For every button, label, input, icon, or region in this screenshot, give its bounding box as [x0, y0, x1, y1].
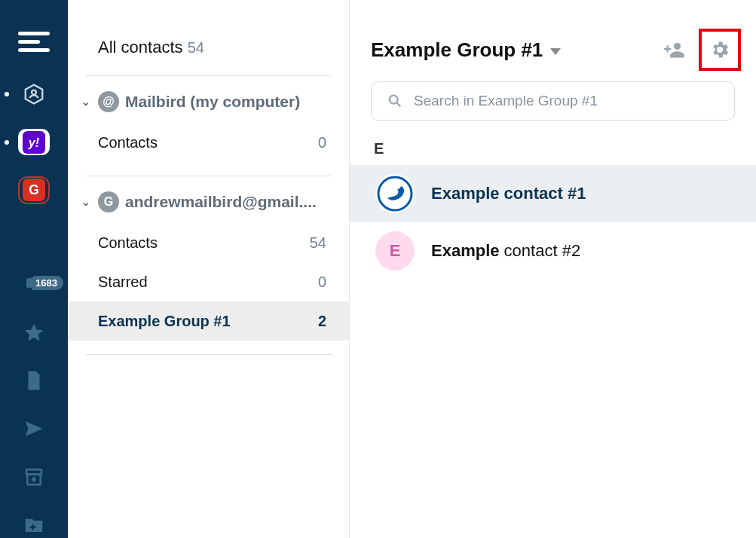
group-header: Example Group #1 [371, 36, 735, 63]
app-rail: y! G 1683 [0, 0, 68, 538]
svg-point-1 [32, 90, 36, 94]
account-avatar: @ [98, 91, 119, 112]
file-icon[interactable] [18, 368, 50, 395]
account-avatar: G [98, 191, 119, 212]
svg-text:y!: y! [28, 136, 40, 149]
folder-contacts[interactable]: Contacts 0 [68, 123, 349, 162]
contact-avatar [375, 174, 415, 213]
settings-highlight [699, 29, 741, 71]
account-header-gmail[interactable]: ⌄ G andrewmailbird@gmail.... [68, 191, 349, 223]
account-label: andrewmailbird@gmail.... [125, 193, 317, 211]
all-contacts-label: All contacts [98, 38, 183, 57]
folder-contacts[interactable]: Contacts 54 [68, 223, 349, 262]
chevron-down-icon: ⌄ [81, 96, 90, 108]
contact-name: Example contact #2 [431, 241, 580, 261]
svg-point-12 [378, 177, 412, 210]
google-account-icon[interactable]: G [18, 176, 50, 203]
settings-button[interactable] [706, 36, 733, 63]
svg-rect-9 [30, 527, 36, 529]
svg-text:G: G [29, 183, 39, 198]
contact-row[interactable]: E Example contact #2 [350, 222, 756, 280]
search-icon [387, 93, 403, 109]
add-contact-button[interactable] [661, 36, 688, 63]
contact-row[interactable]: Example contact #1 [350, 165, 756, 222]
account-header-mailbird[interactable]: ⌄ @ Mailbird (my computer) [68, 91, 349, 123]
hamburger-menu-icon[interactable] [18, 32, 50, 52]
chevron-down-icon: ⌄ [81, 196, 90, 208]
folder-example-group-1[interactable]: Example Group #1 2 [68, 301, 349, 341]
star-icon[interactable] [18, 319, 50, 347]
section-letter: E [371, 140, 735, 157]
all-contacts-row[interactable]: All contacts 54 [68, 38, 349, 75]
contact-name: Example contact #1 [431, 184, 586, 203]
divider [86, 176, 331, 176]
new-folder-icon[interactable] [18, 511, 50, 538]
account-label: Mailbird (my computer) [125, 93, 300, 111]
svg-line-11 [397, 103, 401, 107]
folder-starred[interactable]: Starred 0 [68, 262, 349, 301]
contacts-sidebar: All contacts 54 ⌄ @ Mailbird (my compute… [68, 0, 350, 538]
divider [86, 75, 331, 76]
contact-avatar: E [375, 231, 415, 271]
group-title-dropdown[interactable]: Example Group #1 [371, 38, 561, 62]
inbox-icon[interactable]: 1683 [18, 271, 50, 298]
chevron-down-icon [550, 48, 561, 55]
yahoo-account-icon[interactable]: y! [18, 129, 50, 156]
archive-icon[interactable] [18, 463, 50, 491]
all-contacts-count: 54 [188, 39, 204, 56]
send-icon[interactable] [18, 415, 50, 442]
divider [86, 354, 331, 355]
contact-list-panel: Example Group #1 Search in Example Group… [350, 0, 756, 538]
unread-badge: 1683 [29, 276, 63, 290]
search-input[interactable]: Search in Example Group #1 [371, 81, 735, 121]
contacts-app-icon[interactable] [18, 81, 50, 108]
svg-point-10 [390, 96, 398, 104]
search-placeholder: Search in Example Group #1 [414, 93, 598, 109]
